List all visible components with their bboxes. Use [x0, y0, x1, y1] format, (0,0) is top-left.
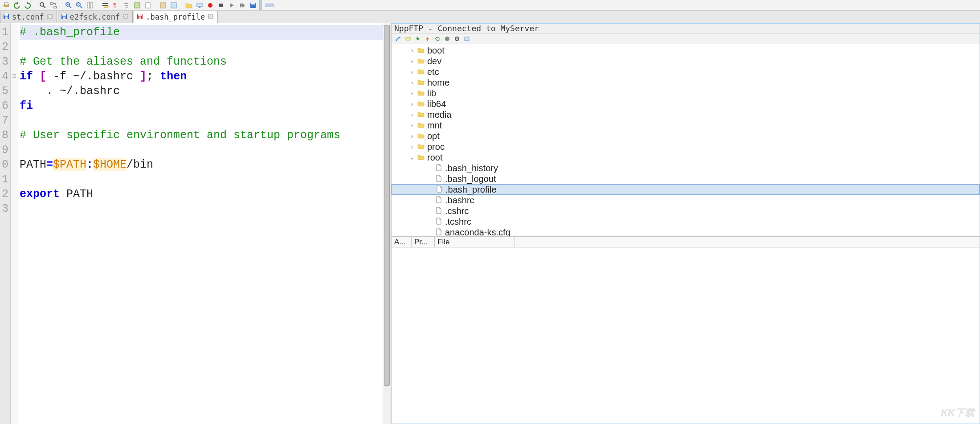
editor-scrollbar[interactable]: [383, 23, 391, 424]
svg-rect-1: [4, 3, 8, 5]
editor-area[interactable]: 1234567890123 ⊟ # .bash_profile # Get th…: [0, 23, 391, 424]
expand-arrow-icon[interactable]: ⌄: [409, 154, 415, 161]
stop-icon[interactable]: [216, 1, 225, 9]
ftp-file--bash_profile[interactable]: .bash_profile: [392, 184, 980, 195]
replace-icon[interactable]: [49, 1, 58, 9]
svg-rect-26: [199, 7, 200, 8]
doc-map-icon[interactable]: [169, 1, 178, 9]
code-line[interactable]: export PATH: [20, 187, 383, 202]
tab--bash_profile[interactable]: .bash_profile: [134, 11, 218, 23]
messages-icon[interactable]: [464, 36, 470, 42]
ftp-folder-dev[interactable]: ›dev: [392, 56, 980, 66]
ftp-folder-boot[interactable]: ›boot: [392, 45, 980, 56]
expand-arrow-icon[interactable]: ›: [409, 90, 415, 97]
code-line[interactable]: fi: [20, 99, 383, 113]
abort-icon[interactable]: [444, 36, 450, 42]
wordwrap-icon[interactable]: [101, 1, 110, 9]
svg-point-2: [40, 3, 44, 6]
expand-arrow-icon[interactable]: ›: [409, 122, 415, 129]
undo-icon[interactable]: [12, 1, 21, 9]
ftp-folder-lib[interactable]: ›lib: [392, 88, 980, 99]
toolbar-grip[interactable]: [259, 0, 262, 10]
code-line[interactable]: if [ -f ~/.bashrc ]; then: [20, 69, 383, 84]
tab-e2fsck-conf[interactable]: e2fsck.conf: [58, 11, 133, 23]
expand-arrow-icon[interactable]: ›: [409, 68, 415, 75]
func-list-icon[interactable]: [159, 1, 167, 9]
tab-st-conf[interactable]: st.conf: [0, 11, 57, 23]
ftp-folder-etc[interactable]: ›etc: [392, 66, 980, 77]
scrollbar-thumb[interactable]: [384, 25, 390, 386]
tab-label: .bash_profile: [146, 12, 205, 21]
tree-label: etc: [427, 67, 439, 77]
ftp-file--bashrc[interactable]: .bashrc: [392, 195, 980, 206]
file-icon: [435, 163, 442, 173]
ftp-col-progress[interactable]: Pr...: [412, 237, 435, 247]
tree-label: root: [427, 152, 442, 163]
code-line[interactable]: . ~/.bashrc: [20, 84, 383, 99]
ftp-folder-lib64[interactable]: ›lib64: [392, 99, 980, 109]
code-line[interactable]: [20, 113, 383, 128]
close-icon[interactable]: [47, 12, 53, 21]
record-icon[interactable]: [206, 1, 215, 9]
svg-rect-24: [171, 3, 176, 8]
ftp-file-anaconda-ks-cfg[interactable]: anaconda-ks.cfg: [392, 227, 980, 236]
expand-arrow-icon[interactable]: ›: [409, 58, 415, 65]
print-icon[interactable]: [2, 1, 11, 9]
show-chars-icon[interactable]: ¶: [111, 1, 120, 9]
ftp-folder-root[interactable]: ⌄root: [392, 152, 980, 163]
zoom-out-icon[interactable]: [75, 1, 84, 9]
save-macro-icon[interactable]: [249, 1, 257, 9]
indent-guide-icon[interactable]: [122, 1, 131, 9]
sync-scroll-icon[interactable]: [86, 1, 94, 9]
folder-panel-icon[interactable]: [184, 1, 193, 9]
expand-arrow-icon[interactable]: ›: [409, 143, 415, 150]
upload-icon[interactable]: [425, 36, 431, 42]
disconnect-icon[interactable]: [405, 36, 411, 42]
ftp-folder-opt[interactable]: ›opt: [392, 131, 980, 141]
code-line[interactable]: # Get the aliases and functions: [20, 54, 383, 69]
code-line[interactable]: PATH=$PATH:$HOME/bin: [20, 157, 383, 172]
play-icon[interactable]: [227, 1, 236, 9]
download-icon[interactable]: [415, 36, 421, 42]
expand-arrow-icon[interactable]: ›: [409, 100, 415, 107]
code-view[interactable]: # .bash_profile # Get the aliases and fu…: [18, 23, 383, 424]
svg-rect-5: [54, 6, 57, 8]
expand-arrow-icon[interactable]: ›: [409, 47, 415, 54]
svg-rect-28: [219, 4, 223, 7]
ftp-file--bash_logout[interactable]: .bash_logout: [392, 173, 980, 184]
code-line[interactable]: [20, 202, 383, 216]
ftp-tree[interactable]: ›boot›dev›etc›home›lib›lib64›media›mnt›o…: [392, 44, 980, 236]
zoom-in-icon[interactable]: [64, 1, 73, 9]
ftp-file--cshrc[interactable]: .cshrc: [392, 206, 980, 216]
lang-icon[interactable]: [133, 1, 142, 9]
expand-arrow-icon[interactable]: ›: [409, 132, 415, 140]
settings-icon[interactable]: [454, 36, 460, 42]
ftp-folder-mnt[interactable]: ›mnt: [392, 120, 980, 131]
search-icon[interactable]: [38, 1, 47, 9]
monitor-icon[interactable]: [195, 1, 204, 9]
code-line[interactable]: [20, 143, 383, 157]
redo-icon[interactable]: [23, 1, 32, 9]
code-line[interactable]: # User specific environment and startup …: [20, 128, 383, 143]
expand-arrow-icon[interactable]: ›: [409, 111, 415, 118]
tree-label: boot: [427, 45, 445, 56]
refresh-icon[interactable]: [434, 36, 441, 42]
ftp-col-action[interactable]: A...: [392, 237, 412, 247]
ftp-folder-proc[interactable]: ›proc: [392, 141, 980, 152]
expand-arrow-icon[interactable]: ›: [409, 79, 415, 86]
code-line[interactable]: [20, 40, 383, 54]
ftp-file--bash_history[interactable]: .bash_history: [392, 163, 980, 173]
svg-line-11: [80, 6, 82, 8]
ftp-folder-home[interactable]: ›home: [392, 77, 980, 88]
close-icon[interactable]: [208, 12, 214, 21]
code-line[interactable]: # .bash_profile: [20, 25, 383, 40]
close-icon[interactable]: [122, 12, 129, 21]
ftp-col-file[interactable]: File: [435, 237, 515, 247]
fold-column[interactable]: ⊟: [11, 23, 18, 424]
code-line[interactable]: [20, 172, 383, 187]
play-multi-icon[interactable]: [238, 1, 247, 9]
ftp-file--tcshrc[interactable]: .tcshrc: [392, 216, 980, 227]
ftp-folder-media[interactable]: ›media: [392, 109, 980, 120]
connect-icon[interactable]: [395, 36, 401, 42]
doc-icon[interactable]: [143, 1, 152, 9]
